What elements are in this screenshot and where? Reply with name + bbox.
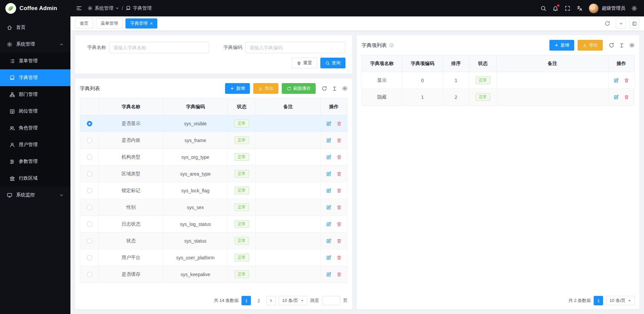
edit-icon[interactable] — [326, 188, 331, 193]
table-row[interactable]: 状态 sys_status 正常 — [80, 233, 347, 249]
menu-fold-icon[interactable] — [76, 5, 82, 11]
sidebar-item-param-mgmt[interactable]: 参数管理 — [0, 153, 70, 170]
layout-icon[interactable] — [629, 18, 639, 28]
row-radio[interactable] — [87, 188, 92, 193]
refresh-tab-icon[interactable] — [602, 18, 612, 28]
row-radio[interactable] — [87, 121, 92, 126]
delete-icon[interactable] — [336, 188, 342, 193]
bell-icon[interactable] — [552, 5, 558, 11]
sidebar-item-role-mgmt[interactable]: 角色管理 — [0, 120, 70, 136]
table-row[interactable]: 是否显示 sys_visible 正常 — [80, 115, 347, 132]
table-row[interactable]: 是否内嵌 sys_frame 正常 — [80, 132, 347, 149]
table-row[interactable]: 是否缓存 sys_keepalive 正常 — [80, 266, 347, 283]
edit-icon[interactable] — [326, 255, 331, 260]
table-row[interactable]: 机构类型 sys_org_type 正常 — [80, 149, 347, 166]
settings-gear-icon[interactable] — [631, 5, 637, 11]
reset-button[interactable]: 重置 — [292, 58, 317, 68]
refresh-icon[interactable] — [322, 86, 327, 91]
sidebar-item-post-mgmt[interactable]: 岗位管理 — [0, 103, 70, 120]
row-radio[interactable] — [87, 238, 92, 244]
edit-icon[interactable] — [326, 222, 331, 227]
next-page-button[interactable] — [266, 296, 276, 305]
export-dict-button[interactable]: 导出 — [253, 83, 278, 94]
edit-icon[interactable] — [326, 154, 331, 160]
delete-icon[interactable] — [336, 238, 342, 244]
breadcrumb-root[interactable]: 系统管理 — [88, 5, 119, 11]
dict-code-input[interactable] — [246, 42, 345, 53]
sidebar-item-region[interactable]: 行政区域 — [0, 170, 70, 187]
query-button[interactable]: 查询 — [320, 58, 345, 68]
sidebar-item-user-mgmt[interactable]: 用户管理 — [0, 136, 70, 153]
delete-icon[interactable] — [336, 154, 342, 160]
table-row[interactable]: 用户平台 sys_user_platform 正常 — [80, 249, 347, 266]
dict-item-table-body: 显示 0 1 正常 — [362, 72, 635, 106]
dict-name-input[interactable] — [109, 42, 209, 53]
add-item-button[interactable]: 新增 — [549, 40, 574, 51]
table-gear-icon[interactable] — [342, 86, 347, 91]
delete-icon[interactable] — [336, 171, 342, 177]
dict-name-label: 字典名称 — [82, 45, 106, 51]
tab-home[interactable]: 首页 — [75, 18, 93, 28]
table-row[interactable]: 隐藏 1 2 正常 — [362, 89, 635, 106]
breadcrumb-current[interactable]: 字典管理 — [126, 5, 152, 11]
edit-icon[interactable] — [326, 205, 331, 210]
delete-icon[interactable] — [336, 272, 342, 277]
table-row[interactable]: 区域类型 sys_area_type 正常 — [80, 166, 347, 182]
delete-icon[interactable] — [336, 222, 342, 227]
refresh-cache-button[interactable]: 刷新缓存 — [282, 83, 316, 94]
edit-icon[interactable] — [613, 78, 619, 83]
export-item-button[interactable]: 导出 — [578, 40, 603, 51]
table-row[interactable]: 性别 sys_sex 正常 — [80, 199, 347, 216]
delete-icon[interactable] — [336, 205, 342, 210]
edit-icon[interactable] — [326, 272, 331, 277]
delete-icon[interactable] — [624, 78, 629, 83]
edit-icon[interactable] — [326, 238, 331, 244]
sidebar-item-menu-mgmt[interactable]: 菜单管理 — [0, 53, 70, 69]
edit-icon[interactable] — [326, 138, 331, 143]
page-number-1[interactable]: 1 — [594, 296, 603, 305]
sidebar-item-monitor[interactable]: 系统监控 — [0, 187, 70, 203]
delete-icon[interactable] — [336, 121, 342, 126]
delete-icon[interactable] — [336, 138, 342, 143]
tab-menu-mgmt[interactable]: 菜单管理 — [96, 18, 123, 28]
jump-page-input[interactable] — [322, 296, 340, 305]
sidebar-item-dict-mgmt[interactable]: 字典管理 — [0, 69, 70, 86]
table-gear-icon[interactable] — [629, 43, 635, 48]
fullscreen-icon[interactable] — [565, 5, 571, 11]
column-settings-icon[interactable] — [619, 43, 624, 48]
delete-icon[interactable] — [624, 95, 629, 100]
info-icon[interactable] — [389, 43, 394, 48]
add-dict-button[interactable]: 新增 — [225, 83, 250, 94]
sidebar-item-system[interactable]: 系统管理 — [0, 36, 70, 53]
edit-icon[interactable] — [326, 121, 331, 126]
row-radio[interactable] — [87, 138, 92, 143]
search-icon[interactable] — [540, 5, 546, 11]
user-menu[interactable]: 超级管理员 — [589, 3, 625, 13]
row-radio[interactable] — [87, 205, 92, 210]
query-label: 查询 — [332, 60, 340, 66]
dict-name-cell: 用户平台 — [99, 249, 163, 266]
translate-icon[interactable] — [577, 5, 583, 11]
edit-icon[interactable] — [326, 171, 331, 177]
row-radio[interactable] — [87, 171, 92, 177]
table-row[interactable]: 显示 0 1 正常 — [362, 72, 635, 89]
tab-close-icon[interactable]: × — [150, 21, 153, 26]
row-radio[interactable] — [87, 272, 92, 277]
page-number-1[interactable]: 1 — [241, 296, 251, 305]
refresh-icon[interactable] — [609, 43, 614, 48]
table-row[interactable]: 日志状态 sys_log_status 正常 — [80, 216, 347, 233]
sidebar-item-home[interactable]: 首页 — [0, 19, 70, 36]
row-radio[interactable] — [87, 154, 92, 160]
row-radio[interactable] — [87, 222, 92, 227]
page-size-select[interactable]: 10 条/页 — [279, 296, 307, 305]
page-number-2[interactable]: 2 — [254, 296, 263, 305]
sidebar-item-dept-mgmt[interactable]: 部门管理 — [0, 86, 70, 103]
tabs-menu-chevron-icon[interactable] — [616, 18, 626, 28]
tab-dict-mgmt[interactable]: 字典管理 × — [125, 18, 157, 28]
delete-icon[interactable] — [336, 255, 342, 260]
column-settings-icon[interactable] — [332, 86, 337, 91]
row-radio[interactable] — [87, 255, 92, 260]
table-row[interactable]: 锁定标记 sys_lock_flag 正常 — [80, 182, 347, 199]
edit-icon[interactable] — [613, 95, 619, 100]
page-size-select[interactable]: 10 条/页 — [606, 296, 635, 305]
